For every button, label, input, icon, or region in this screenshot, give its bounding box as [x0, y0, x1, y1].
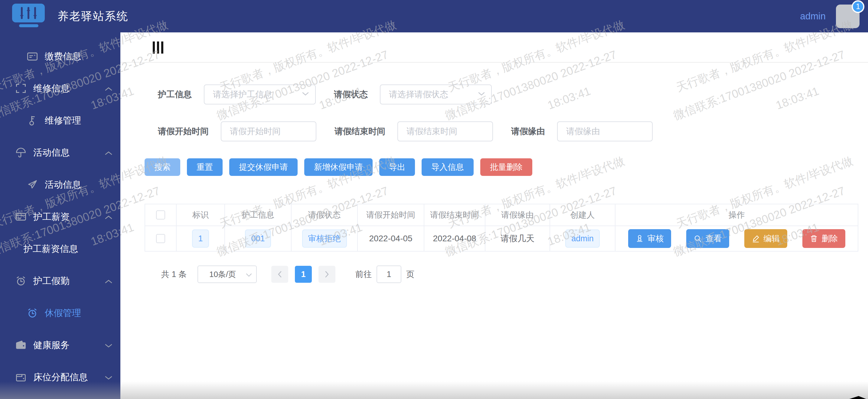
caregiver-select[interactable] [204, 84, 316, 105]
column-header: 请假状态 [291, 204, 358, 226]
row-checkbox[interactable] [156, 234, 165, 243]
collapse-sidebar-icon[interactable] [153, 41, 163, 54]
sidebar-item-label: 护工假勤 [33, 275, 69, 287]
column-header: 创建人 [550, 204, 616, 226]
chevron-up-icon [105, 83, 113, 93]
chevron-left-icon [277, 270, 282, 278]
export-button[interactable]: 导出 [379, 158, 415, 176]
chevron-down-icon [105, 340, 113, 350]
caregiver-filter-label: 护工信息 [158, 89, 192, 100]
trash-icon [810, 234, 818, 243]
sidebar-item-payment-info[interactable]: 缴费信息 [0, 40, 120, 73]
row-actions: 审核 查看 编辑 删除 [628, 229, 845, 248]
page-size-value[interactable] [197, 265, 257, 283]
submit-leave-button[interactable]: 提交休假申请 [229, 158, 298, 176]
sidebar-item-leave-manage[interactable]: 休假管理 [0, 297, 120, 329]
chevron-up-icon [105, 211, 113, 222]
select-all-checkbox[interactable] [156, 210, 165, 220]
sidebar-item-label: 活动信息 [45, 179, 81, 191]
sidebar-item-label: 维修信息 [33, 82, 69, 95]
search-icon [693, 234, 702, 243]
column-header: 标识 [177, 204, 225, 226]
app-title: 养老驿站系统 [58, 0, 128, 32]
sidebar-item-health-service[interactable]: 健康服务 [0, 329, 120, 361]
sidebar-item-caregiver-salary[interactable]: 护工薪资 [0, 201, 120, 233]
bank-card-icon [15, 211, 27, 223]
avatar[interactable]: 1 [836, 4, 860, 28]
username[interactable]: admin [800, 11, 826, 22]
chevron-up-icon [105, 147, 113, 158]
status-select-input[interactable] [380, 84, 492, 105]
reason-field[interactable] [557, 121, 653, 141]
caregiver-select-input[interactable] [204, 84, 316, 105]
batch-delete-button[interactable]: 批量删除 [480, 158, 532, 176]
notification-badge: 1 [852, 0, 864, 13]
goto-label: 前往 [355, 269, 372, 280]
reason-input[interactable] [557, 121, 653, 141]
filter-form: 护工信息 请假状态 [158, 84, 868, 141]
column-header: 请假开始时间 [358, 204, 424, 226]
sidebar-item-label: 缴费信息 [45, 50, 81, 63]
sidebar-item-label: 护工薪资信息 [24, 243, 78, 255]
sidebar-item-activity-info-parent[interactable]: 活动信息 [0, 137, 120, 169]
table-row: 1 001 审核拒绝 2022-04-05 2022-04-08 请假几天 ad… [145, 226, 858, 251]
suitcase-icon [15, 371, 27, 383]
caregiver-tag: 001 [245, 229, 271, 248]
start-date-field[interactable] [221, 121, 316, 141]
sidebar: 缴费信息 维修信息 维修管理 活动信息 [0, 32, 120, 399]
reason-cell: 请假几天 [486, 226, 550, 251]
sidebar-item-caregiver-salary-info[interactable]: 护工薪资信息 [0, 233, 120, 265]
search-button[interactable]: 搜索 [145, 158, 180, 176]
review-button[interactable]: 审核 [628, 229, 671, 248]
chevron-right-icon [324, 270, 329, 278]
sidebar-item-label: 休假管理 [45, 307, 81, 319]
start-date-cell: 2022-04-05 [358, 226, 424, 251]
page-number-1[interactable]: 1 [295, 266, 312, 283]
page-unit-label: 页 [406, 269, 414, 280]
sidebar-item-label: 维修管理 [45, 114, 81, 127]
wallet-icon [15, 339, 27, 351]
table-header-row: 标识 护工信息 请假状态 请假开始时间 请假结束时间 请假缘由 创建人 操作 [145, 204, 858, 226]
toolbar: 搜索 重置 提交休假申请 新增休假申请 导出 导入信息 批量删除 [145, 158, 868, 176]
key-icon [27, 115, 38, 126]
sidebar-item-label: 护工薪资 [33, 211, 69, 223]
view-button[interactable]: 查看 [686, 229, 729, 248]
column-header: 护工信息 [225, 204, 291, 226]
end-date-input[interactable] [397, 121, 493, 141]
umbrella-icon [15, 147, 27, 158]
status-select[interactable] [380, 84, 492, 105]
column-header: 请假缘由 [486, 204, 550, 226]
id-tag: 1 [192, 229, 209, 248]
chevron-up-icon [105, 276, 113, 286]
start-date-label: 请假开始时间 [158, 125, 209, 137]
status-filter-label: 请假状态 [334, 89, 368, 100]
edit-button[interactable]: 编辑 [744, 229, 787, 248]
reset-button[interactable]: 重置 [187, 158, 223, 176]
add-leave-button[interactable]: 新增休假申请 [304, 158, 373, 176]
sidebar-item-label: 健康服务 [33, 339, 69, 351]
main-area: 护工信息 请假状态 [120, 32, 868, 399]
sidebar-item-bed-allocation[interactable]: 床位分配信息 [0, 361, 120, 393]
leave-table: 标识 护工信息 请假状态 请假开始时间 请假结束时间 请假缘由 创建人 操作 1… [145, 204, 858, 252]
postcard-icon [27, 51, 38, 62]
sidebar-item-label: 床位分配信息 [33, 371, 88, 383]
main-topbar [120, 32, 868, 63]
fullscreen-icon [15, 83, 27, 94]
delete-button[interactable]: 删除 [802, 229, 845, 248]
sidebar-item-activity-info[interactable]: 活动信息 [0, 169, 120, 201]
sidebar-item-caregiver-attendance[interactable]: 护工假勤 [0, 265, 120, 297]
goto-page-input[interactable] [376, 265, 401, 283]
column-header: 操作 [616, 204, 858, 226]
status-tag: 审核拒绝 [302, 229, 347, 248]
start-date-input[interactable] [221, 121, 316, 141]
end-date-field[interactable] [397, 121, 493, 141]
pagination: 共 1 条 1 前往 页 [161, 265, 868, 283]
page-size-select[interactable] [197, 265, 257, 283]
reason-label: 请假缘由 [511, 125, 545, 137]
prev-page-button[interactable] [271, 266, 288, 283]
app-header: 养老驿站系统 admin 1 [0, 0, 868, 32]
sidebar-item-repair-manage[interactable]: 维修管理 [0, 105, 120, 137]
import-button[interactable]: 导入信息 [422, 158, 474, 176]
next-page-button[interactable] [318, 266, 335, 283]
sidebar-item-repair-info[interactable]: 维修信息 [0, 73, 120, 105]
